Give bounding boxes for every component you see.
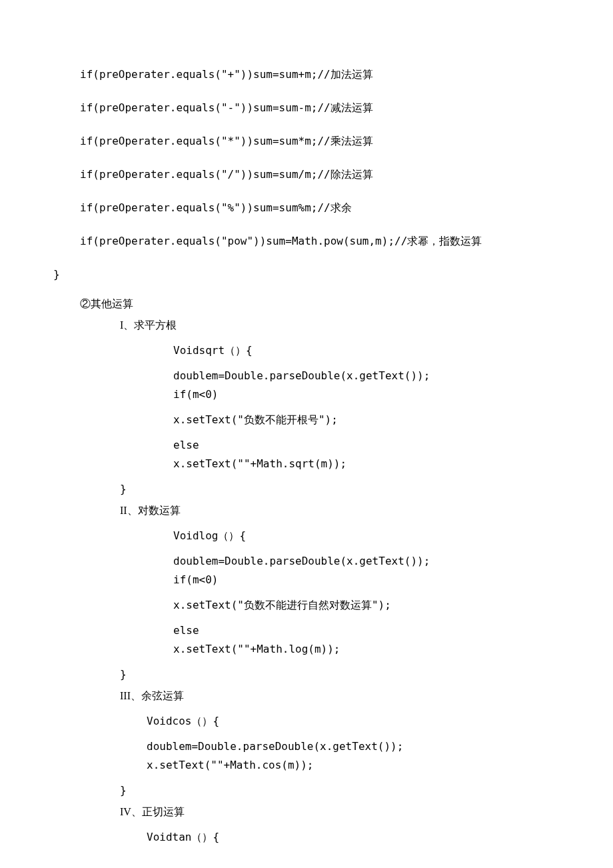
arith-sub: if(preOperater.equals("-"))sum=sum-m;//减… <box>53 100 573 116</box>
cos-line-2: x.setText(""+Math.cos(m)); <box>53 757 573 773</box>
log-line-1: doublem=Double.parseDouble(x.getText()); <box>53 553 573 569</box>
sqrt-line-3: x.setText("负数不能开根号"); <box>53 412 573 428</box>
sqrt-line-2: if(m<0) <box>53 387 573 403</box>
arith-pow: if(preOperater.equals("pow"))sum=Math.po… <box>53 233 573 249</box>
sqrt-line-5: x.setText(""+Math.sqrt(m)); <box>53 456 573 472</box>
log-line-5: x.setText(""+Math.log(m)); <box>53 641 573 657</box>
log-line-4: else <box>53 623 573 639</box>
sqrt-line-0: Voidsqrt（）{ <box>53 343 573 359</box>
log-line-0: Voidlog（）{ <box>53 528 573 544</box>
cos-line-0: Voidcos（）{ <box>53 713 573 729</box>
log-line-2: if(m<0) <box>53 572 573 588</box>
cos-close-brace: } <box>53 783 573 799</box>
arith-div: if(preOperater.equals("/"))sum=sum/m;//除… <box>53 167 573 183</box>
log-title: II、对数运算 <box>53 503 573 519</box>
sqrt-title: I、求平方根 <box>53 317 573 333</box>
cos-line-1: doublem=Double.parseDouble(x.getText()); <box>53 739 573 755</box>
other-ops-heading: ②其他运算 <box>53 296 573 312</box>
arith-add: if(preOperater.equals("+"))sum=sum+m;//加… <box>53 67 573 83</box>
arith-mul: if(preOperater.equals("*"))sum=sum*m;//乘… <box>53 133 573 149</box>
arith-close-brace: } <box>53 267 573 283</box>
sqrt-close-brace: } <box>53 481 573 497</box>
tan-line-0: Voidtan（）{ <box>53 829 573 845</box>
log-close-brace: } <box>53 667 573 683</box>
log-line-3: x.setText("负数不能进行自然对数运算"); <box>53 597 573 613</box>
sqrt-line-1: doublem=Double.parseDouble(x.getText()); <box>53 368 573 384</box>
sqrt-line-4: else <box>53 437 573 453</box>
arith-mod: if(preOperater.equals("%"))sum=sum%m;//求… <box>53 200 573 216</box>
cos-title: III、余弦运算 <box>53 688 573 704</box>
tan-title: IV、正切运算 <box>53 804 573 820</box>
